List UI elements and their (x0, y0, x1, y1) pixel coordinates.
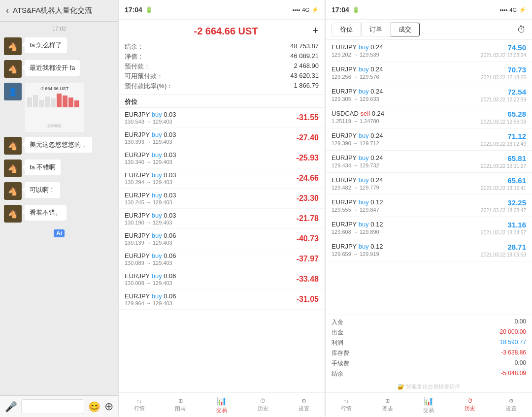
message-bubble: 美元这忽悠悠悠的， (25, 137, 92, 153)
tab-history-hist[interactable]: ⏱ 历史 (449, 393, 491, 417)
watermark-icon: 🔐 (398, 384, 406, 389)
add-button[interactable]: + (312, 24, 319, 37)
history-icon: ⏱ (260, 398, 266, 404)
summary-row-ratio: 预付款比率(%)： 1 866.79 (125, 81, 319, 91)
network-label: 4G (302, 7, 309, 13)
table-row: EURJPY buy 0.06 129.964 → 129.403 -31.05 (119, 289, 325, 310)
svg-rect-15 (63, 96, 67, 107)
svg-rect-10 (33, 95, 38, 107)
settings-icon: ⚙ (301, 398, 306, 404)
svg-rect-12 (45, 96, 50, 107)
avatar: 🐴 (4, 205, 22, 223)
trading-header: 17:04 🔋 ▪▪▪▪ 4G ⚡ (119, 0, 325, 20)
svg-rect-11 (39, 100, 44, 107)
summary-item-profit: 利润 18 590.77 (332, 338, 526, 348)
list-item: 🐴 美元这忽悠悠悠的， (4, 137, 114, 155)
history-panel: 17:04 🔋 ▪▪▪▪ 4G ⚡ 价位 订单 成交 ⏱ EURJPY buy … (325, 0, 532, 417)
trade-icon-2: 📊 (424, 396, 433, 406)
chat-input-bar: 🎤 😊 ⊕ (0, 395, 118, 417)
emoji-icon[interactable]: 😊 (88, 401, 100, 413)
tab-settings-hist[interactable]: ⚙ 设置 (491, 393, 532, 417)
avatar: 👤 (4, 83, 22, 100)
avatar: 🐴 (4, 60, 22, 78)
history-icon-2: ⏱ (467, 398, 473, 404)
message-bubble: 可以啊！ (25, 182, 60, 198)
tab-dingdan[interactable]: 订单 (361, 23, 391, 36)
table-row: EURJPY buy 0.03 130.190 → 129.403 -21.78 (119, 209, 325, 229)
list-item: 🐴 fa 怎么样了 (4, 37, 114, 55)
settings-icon-2: ⚙ (509, 398, 514, 404)
tab-jiwei[interactable]: 价位 (332, 23, 361, 36)
table-row: USDCAD sell 0.24 1.25119 → 1.24780 65.28… (326, 106, 532, 128)
summary-item-storage: 库存费 -3 638.86 (332, 348, 526, 358)
battery-icon-3: 🔋 (352, 6, 360, 13)
trade-icon: 📊 (217, 396, 227, 406)
message-bubble: fa 怎么样了 (25, 37, 67, 53)
svg-text:-2 664.66 UST: -2 664.66 UST (40, 86, 69, 91)
table-row: EURJPY buy 0.06 130.139 → 129.403 -40.73 (119, 229, 325, 249)
svg-text:🐴: 🐴 (8, 64, 18, 74)
chart-icon-2: ⊞ (385, 398, 390, 404)
message-bubble: fa 不错啊 (25, 160, 61, 175)
chat-time: 17:02 (0, 22, 118, 35)
chat-messages: 🐴 fa 怎么样了 🐴 最近我都没开 fa 👤 -2 664.66 U (0, 35, 118, 395)
tab-market-hist[interactable]: ↑↓ 行情 (326, 393, 367, 417)
history-header: 17:04 🔋 ▪▪▪▪ 4G ⚡ (326, 0, 532, 20)
history-bottom-tabs: ↑↓ 行情 ⊞ 图表 📊 交易 ⏱ 历史 ⚙ 设置 (326, 392, 532, 417)
positions-section-title: 价位 (119, 95, 325, 108)
svg-text:🐴: 🐴 (8, 209, 18, 219)
summary-row-margin: 预付款： 2 468.90 (125, 62, 319, 71)
tab-settings[interactable]: ⚙ 设置 (283, 393, 325, 417)
battery-icon-4: ⚡ (519, 6, 526, 13)
svg-text:交易截图: 交易截图 (47, 124, 61, 128)
tab-chart[interactable]: ⊞ 图表 (160, 393, 201, 417)
voice-icon[interactable]: 🎤 (5, 401, 17, 413)
tab-history[interactable]: ⏱ 历史 (242, 393, 284, 417)
table-row: EURJPY buy 0.24 129.256 → 129.576 70.73 … (326, 62, 532, 84)
avatar: 🐴 (4, 137, 22, 155)
list-item: 👤 -2 664.66 UST 交易截图 (4, 83, 114, 132)
history-filter-tabs: 价位 订单 成交 (332, 23, 420, 36)
plus-icon[interactable]: ⊕ (104, 400, 113, 413)
tab-trade-hist[interactable]: 📊 交易 (408, 393, 450, 417)
list-item: 🐴 最近我都没开 fa (4, 60, 114, 78)
watermark: 🔐 智能量化交易投资软件 (326, 381, 532, 392)
trade-history-list: EURJPY buy 0.24 129.202 → 129.539 74.50 … (326, 40, 532, 315)
clock-button[interactable]: ⏱ (517, 25, 526, 35)
svg-text:👤: 👤 (8, 87, 18, 96)
positions-list: EURJPY buy 0.03 130.543 → 129.403 -31.55… (119, 108, 325, 392)
avatar: 🐴 (4, 182, 22, 200)
svg-rect-9 (27, 97, 32, 107)
svg-rect-14 (57, 94, 62, 107)
tab-chengjiao[interactable]: 成交 (391, 23, 420, 36)
tab-market[interactable]: ↑↓ 行情 (119, 393, 160, 417)
list-item: 🐴 可以啊！ (4, 182, 114, 200)
back-icon[interactable]: ‹ (6, 5, 9, 16)
summary-item-withdraw: 出金 -20 000.00 (332, 327, 526, 338)
table-row: EURJPY buy 0.24 129.305 → 129.633 72.54 … (326, 84, 532, 106)
chat-title: ATS&FA机器人量化交流 (13, 6, 92, 15)
pnl-display: -2 664.66 UST (194, 22, 258, 39)
table-row: EURJPY buy 0.06 130.089 → 129.403 -37.97 (119, 249, 325, 269)
svg-rect-17 (74, 100, 79, 107)
signal-icon: ▪▪▪▪ (293, 7, 300, 13)
chat-panel: ‹ ATS&FA机器人量化交流 17:02 🐴 fa 怎么样了 🐴 最近我都没开… (0, 0, 118, 417)
table-row: EURJPY buy 0.24 129.202 → 129.539 74.50 … (326, 40, 532, 62)
svg-rect-13 (51, 98, 56, 107)
table-row: EURJPY buy 0.06 130.008 → 129.403 -33.48 (119, 269, 325, 289)
list-item: 🐴 看着不错。 (4, 205, 114, 223)
table-row: EURJPY buy 0.03 130.294 → 129.403 -24.66 (119, 168, 325, 189)
trading-bottom-tabs: ↑↓ 行情 ⊞ 图表 📊 交易 ⏱ 历史 ⚙ 设置 (119, 392, 325, 417)
chat-header: ‹ ATS&FA机器人量化交流 (0, 0, 118, 22)
message-bubble: 最近我都没开 fa (25, 60, 80, 76)
network-label-2: 4G (509, 7, 517, 13)
summary-item-balance: 结余 -5 048.09 (332, 369, 526, 379)
tab-trade[interactable]: 📊 交易 (201, 393, 242, 417)
message-bubble: 看着不错。 (25, 205, 66, 221)
table-row: EURJPY buy 0.03 130.393 → 129.403 -27.40 (119, 128, 325, 148)
summary-row-available: 可用预付款： 43 620.31 (125, 71, 319, 81)
market-icon-2: ↑↓ (343, 398, 349, 404)
signal-icon-2: ▪▪▪▪ (500, 7, 508, 13)
tab-chart-hist[interactable]: ⊞ 图表 (367, 393, 408, 417)
message-input[interactable] (21, 399, 84, 414)
